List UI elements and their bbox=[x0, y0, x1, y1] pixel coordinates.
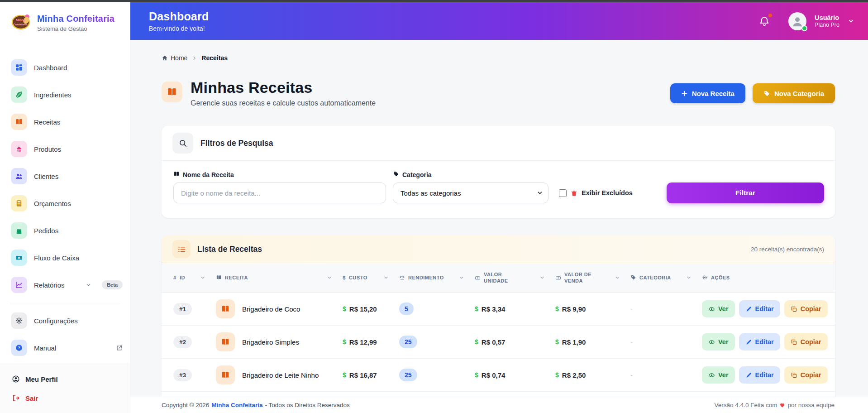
show-deleted-label: Exibir Excluídos bbox=[582, 189, 633, 197]
sidebar-item-meu-perfil[interactable]: Meu Perfil bbox=[12, 370, 119, 389]
chevron-right-icon bbox=[192, 56, 197, 61]
sidebar-item-fluxo-de-caixa[interactable]: Fluxo de Caixa bbox=[11, 250, 123, 266]
copy-button[interactable]: Copiar bbox=[784, 333, 828, 351]
view-button[interactable]: Ver bbox=[702, 366, 735, 384]
sidebar-item-sair[interactable]: Sair bbox=[12, 389, 119, 408]
unit-value: R$ 0,57 bbox=[482, 338, 506, 346]
recipe-cost: R$ 12,99 bbox=[349, 338, 377, 346]
top-header: Dashboard Bem-vindo de volta! Usuário Pl… bbox=[130, 2, 868, 40]
sidebar-item-dashboard[interactable]: Dashboard bbox=[11, 59, 123, 76]
sale-value: R$ 2,50 bbox=[562, 371, 586, 379]
pencil-icon bbox=[745, 372, 752, 379]
copy-button[interactable]: Copiar bbox=[784, 300, 828, 317]
sidebar-item-ingredientes[interactable]: Ingredientes bbox=[11, 86, 123, 103]
view-button[interactable]: Ver bbox=[702, 300, 735, 317]
unit-value: R$ 0,74 bbox=[482, 371, 506, 379]
sidebar-footer: Meu Perfil Sair bbox=[0, 363, 130, 413]
sidebar-item-produtos[interactable]: Produtos bbox=[11, 141, 123, 157]
sidebar-item-configuracoes[interactable]: Configurações bbox=[11, 312, 123, 329]
column-header-id[interactable]: # ID bbox=[173, 274, 216, 281]
dollar-icon: $ bbox=[555, 371, 559, 379]
page-subtitle: Gerencie suas receitas e calcule custos … bbox=[191, 99, 376, 107]
svg-text:Minha: Minha bbox=[16, 19, 25, 22]
yield-badge: 5 bbox=[399, 303, 414, 315]
column-header-valor-unidade[interactable]: VALOR UNIDADE bbox=[475, 271, 555, 284]
view-button[interactable]: Ver bbox=[702, 333, 735, 351]
beta-badge: Beta bbox=[102, 280, 123, 289]
svg-text:?: ? bbox=[18, 346, 20, 350]
pencil-icon bbox=[745, 339, 752, 346]
category-select[interactable]: Todas as categorias bbox=[393, 182, 548, 203]
sidebar-item-orcamentos[interactable]: Orçamentos bbox=[11, 195, 123, 211]
column-header-acoes: AÇÕES bbox=[702, 274, 824, 281]
filter-button[interactable]: Filtrar bbox=[667, 182, 824, 203]
show-deleted-checkbox[interactable] bbox=[559, 189, 567, 197]
sidebar-item-relatorios[interactable]: Relatórios Beta bbox=[11, 277, 123, 293]
category-value: - bbox=[630, 338, 633, 346]
notifications-button[interactable] bbox=[758, 15, 770, 27]
copy-button[interactable]: Copiar bbox=[784, 366, 828, 384]
avatar[interactable] bbox=[788, 12, 806, 30]
cupcake-icon bbox=[11, 141, 27, 157]
sort-chevron-icon bbox=[687, 275, 691, 280]
user-circle-icon bbox=[12, 375, 20, 383]
dollar-icon: $ bbox=[343, 274, 346, 281]
recipe-cost: R$ 15,20 bbox=[349, 305, 377, 313]
sidebar-item-label: Pedidos bbox=[34, 227, 58, 235]
eye-icon bbox=[708, 372, 715, 379]
edit-button[interactable]: Editar bbox=[739, 300, 780, 317]
calculator-icon bbox=[11, 195, 27, 211]
sidebar-item-pedidos[interactable]: Pedidos bbox=[11, 222, 123, 239]
recipes-list-card: Lista de Receitas 20 receita(s) encontra… bbox=[162, 235, 835, 397]
dollar-icon: $ bbox=[475, 338, 478, 346]
filters-card: Filtros de Pesquisa Nome da Receita bbox=[162, 126, 835, 218]
logout-label: Sair bbox=[25, 394, 38, 402]
dollar-icon: $ bbox=[555, 305, 559, 312]
external-link-icon bbox=[116, 345, 123, 351]
sort-chevron-icon bbox=[615, 275, 620, 280]
table-row: #1 Brigadeiro de Coco $R$ 15,20 5 $R$ 3,… bbox=[162, 293, 835, 326]
search-icon bbox=[172, 133, 193, 154]
edit-button[interactable]: Editar bbox=[739, 366, 780, 384]
table-row: #2 Brigadeiro Simples $R$ 12,99 25 $R$ 0… bbox=[162, 326, 835, 359]
scale-icon bbox=[399, 274, 405, 280]
new-category-button[interactable]: Nova Categoria bbox=[753, 83, 835, 103]
column-header-receita[interactable]: RECEITA bbox=[216, 274, 343, 281]
recipe-name: Brigadeiro Simples bbox=[242, 338, 299, 346]
copy-icon bbox=[791, 306, 797, 312]
row-id-badge: #3 bbox=[173, 369, 192, 381]
recipe-name-input[interactable] bbox=[173, 182, 386, 203]
column-header-categoria[interactable]: CATEGORIA bbox=[630, 274, 702, 281]
sort-chevron-icon bbox=[200, 275, 205, 280]
user-menu-chevron-icon[interactable] bbox=[848, 18, 854, 24]
breadcrumb-home[interactable]: Home bbox=[162, 54, 187, 62]
browser-chrome-strip bbox=[0, 0, 868, 2]
new-recipe-button[interactable]: Nova Receita bbox=[670, 83, 745, 103]
edit-button[interactable]: Editar bbox=[739, 333, 780, 351]
sidebar-item-manual[interactable]: ? Manual bbox=[11, 340, 123, 356]
chevron-down-icon bbox=[86, 282, 91, 288]
sidebar-item-label: Clientes bbox=[34, 173, 58, 180]
sidebar-item-receitas[interactable]: Receitas bbox=[11, 114, 123, 130]
column-header-rendimento[interactable]: RENDIMENTO bbox=[399, 274, 475, 281]
page-footer: Copyright © 2026Minha Confeitaria- Todos… bbox=[130, 397, 868, 413]
tag-icon bbox=[630, 274, 636, 280]
main-content: Home Receitas Minhas Receitas Gerencie s… bbox=[130, 40, 868, 397]
breadcrumb: Home Receitas bbox=[162, 54, 228, 62]
sidebar-item-clientes[interactable]: Clientes bbox=[11, 168, 123, 184]
online-status-dot bbox=[801, 25, 807, 31]
book-icon bbox=[216, 332, 235, 351]
book-icon bbox=[216, 299, 235, 318]
sidebar-item-label: Receitas bbox=[34, 118, 60, 126]
column-header-custo[interactable]: $ CUSTO bbox=[343, 274, 399, 281]
footer-brand-link[interactable]: Minha Confeitaria bbox=[211, 402, 262, 408]
sidebar-item-label: Relatórios bbox=[34, 281, 65, 289]
list-icon bbox=[172, 240, 191, 258]
header-title: Dashboard bbox=[149, 10, 209, 23]
app-logo: Minha Confeitaria bbox=[11, 11, 32, 34]
column-header-valor-de-venda[interactable]: VALOR DE VENDA bbox=[555, 271, 630, 284]
heart-icon bbox=[779, 402, 785, 408]
sidebar-item-label: Fluxo de Caixa bbox=[34, 254, 79, 262]
filters-title: Filtros de Pesquisa bbox=[200, 139, 273, 148]
eye-icon bbox=[708, 339, 715, 346]
